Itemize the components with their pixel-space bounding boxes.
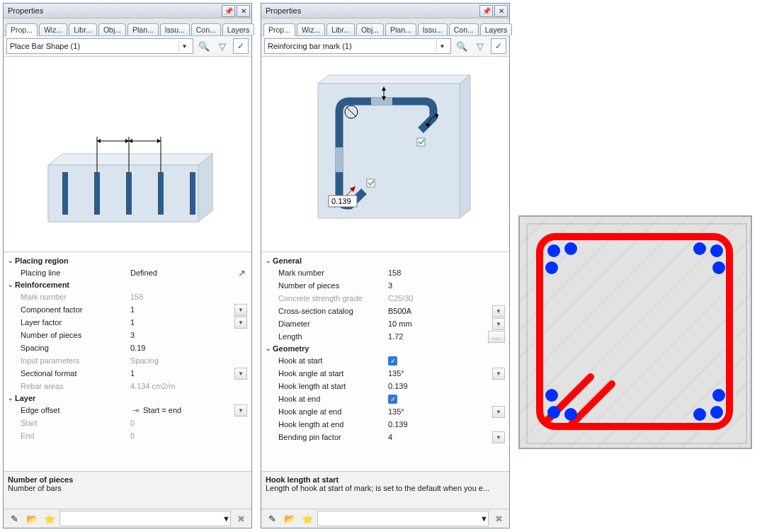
description-title: Number of pieces (8, 475, 247, 484)
save-favorite-button[interactable]: ⭐ (42, 511, 57, 526)
dropdown-icon[interactable]: ▼ (492, 406, 505, 418)
dropdown-icon[interactable]: ▼ (234, 317, 247, 329)
row-component-factor[interactable]: Component factor 1 ▼ (6, 303, 247, 316)
description-title: Hook length at start (266, 475, 505, 484)
row-hook-at-end[interactable]: Hook at end ✓ (264, 392, 505, 405)
tab-properties[interactable]: Prop... (263, 23, 295, 36)
row-hook-angle-start[interactable]: Hook angle at start 135° ▼ (264, 367, 505, 380)
dropdown-icon[interactable]: ▼ (234, 304, 247, 316)
group-geometry[interactable]: ⌄ Geometry (264, 343, 505, 354)
filter-button[interactable]: ▽ (472, 38, 488, 54)
svg-rect-7 (158, 172, 164, 215)
checkbox-checked-icon[interactable]: ✓ (388, 356, 397, 366)
pointer-icon[interactable]: ↗ (236, 268, 247, 278)
row-edge-offset[interactable]: Edge offset ⇥ Start = end ▼ (6, 404, 247, 417)
tab-wizards[interactable]: Wiz... (39, 23, 67, 35)
favorite-combo[interactable]: ▼ (59, 511, 231, 526)
row-hook-at-start[interactable]: Hook at start ✓ (264, 354, 505, 367)
tab-objects[interactable]: Obj... (356, 23, 384, 35)
row-length[interactable]: Length 1.72 ... (264, 330, 505, 343)
section-drawing (518, 215, 752, 449)
dropdown-icon[interactable]: ▼ (234, 368, 247, 380)
svg-point-44 (693, 242, 706, 255)
close-button[interactable]: ✕ (494, 5, 508, 17)
tab-issues[interactable]: Issu... (160, 23, 190, 35)
tab-objects[interactable]: Obj... (98, 23, 126, 35)
svg-rect-4 (62, 172, 68, 215)
toggle-check-button[interactable]: ✓ (491, 38, 506, 54)
row-mark-number[interactable]: Mark number 158 (264, 266, 505, 279)
row-number-pieces[interactable]: Number of pieces 3 (6, 329, 247, 341)
row-hook-length-start[interactable]: Hook length at start 0.139 (264, 380, 505, 392)
selection-text: Reinforcing bar mark (1) (268, 42, 352, 50)
row-layer-factor[interactable]: Layer factor 1 ▼ (6, 316, 247, 329)
dropdown-icon[interactable]: ▼ (492, 318, 505, 330)
row-diameter[interactable]: Diameter 10 mm ▼ (264, 317, 505, 330)
properties-panel-left: Properties 📌 ✕ Prop... Wiz... Libr... Ob… (3, 3, 252, 528)
load-favorite-button[interactable]: 📂 (282, 511, 297, 526)
chevron-down-icon: ▼ (178, 40, 190, 52)
row-rebar-areas: Rebar areas 4.134 cm2/m (6, 380, 247, 392)
tab-connect[interactable]: Con... (191, 23, 221, 35)
tab-plans[interactable]: Plan... (385, 23, 416, 35)
svg-point-53 (710, 406, 723, 419)
selection-text: Place Bar Shape (1) (10, 42, 80, 50)
tab-layers[interactable]: Layers (480, 23, 513, 35)
dropdown-icon[interactable]: ▼ (492, 368, 505, 380)
filter-button[interactable]: ▽ (215, 38, 230, 54)
group-placing-region[interactable]: ⌄ Placing region (6, 255, 247, 266)
eyedropper-button[interactable]: ✎ (264, 511, 280, 526)
tab-properties[interactable]: Prop... (6, 23, 38, 36)
bottom-toolbar: ✎ 📂 ⭐ ▼ ✖ (4, 509, 251, 528)
checkbox-checked-icon[interactable]: ✓ (388, 395, 397, 404)
expand-icon: ⌄ (264, 345, 273, 352)
titlebar: Properties 📌 ✕ (261, 4, 509, 18)
dropdown-icon[interactable]: ▼ (234, 404, 247, 417)
tab-library[interactable]: Libr... (69, 23, 97, 35)
tab-plans[interactable]: Plan... (127, 23, 159, 35)
zoom-selection-button[interactable]: 🔍 (454, 38, 470, 54)
selection-combo[interactable]: Reinforcing bar mark (1) ▼ (264, 38, 451, 54)
group-layer[interactable]: ⌄ Layer (6, 392, 247, 404)
expand-icon: ⌄ (6, 281, 15, 288)
tab-library[interactable]: Libr... (326, 23, 355, 35)
settings-button[interactable]: ✖ (233, 511, 249, 526)
selection-combo[interactable]: Place Bar Shape (1) ▼ (6, 38, 193, 54)
settings-button[interactable]: ✖ (491, 511, 506, 526)
panel-title: Properties (8, 6, 43, 15)
property-list: ⌄ Placing region Placing line Defined ↗ … (4, 252, 251, 471)
tab-issues[interactable]: Issu... (418, 23, 448, 35)
expand-icon: ⌄ (6, 395, 15, 402)
load-favorite-button[interactable]: 📂 (24, 511, 40, 526)
close-button[interactable]: ✕ (237, 5, 250, 17)
row-cross-section[interactable]: Cross-section catalog B500A ▼ (264, 305, 505, 317)
zoom-selection-button[interactable]: 🔍 (196, 38, 212, 54)
group-general[interactable]: ⌄ General (264, 255, 505, 266)
group-reinforcement[interactable]: ⌄ Reinforcement (6, 279, 247, 290)
favorite-combo[interactable]: ▼ (317, 511, 489, 526)
tab-layers[interactable]: Layers (222, 23, 255, 35)
eyedropper-button[interactable]: ✎ (6, 511, 22, 526)
dropdown-icon[interactable]: ▼ (492, 431, 505, 443)
row-hook-length-end[interactable]: Hook length at end 0.139 (264, 418, 505, 431)
dropdown-icon[interactable]: ▼ (492, 305, 505, 317)
pin-button[interactable]: 📌 (479, 5, 493, 17)
row-bending-pin-factor[interactable]: Bending pin factor 4 ▼ (264, 431, 505, 443)
row-number-pieces[interactable]: Number of pieces 3 (264, 279, 505, 292)
titlebar: Properties 📌 ✕ (4, 4, 251, 18)
svg-marker-1 (48, 154, 212, 165)
row-placing-line[interactable]: Placing line Defined ↗ (6, 266, 247, 279)
tab-wizards[interactable]: Wiz... (297, 23, 325, 35)
svg-point-42 (547, 244, 560, 257)
toggle-check-button[interactable]: ✓ (233, 38, 249, 54)
save-favorite-button[interactable]: ⭐ (300, 511, 315, 526)
tab-connect[interactable]: Con... (449, 23, 479, 35)
row-spacing[interactable]: Spacing 0.19 (6, 341, 247, 354)
pin-button[interactable]: 📌 (222, 5, 235, 17)
svg-point-48 (545, 389, 558, 402)
row-sectional-format[interactable]: Sectional format 1 ▼ (6, 367, 247, 380)
svg-rect-5 (94, 172, 100, 215)
description-block: Number of pieces Number of bars (4, 471, 251, 509)
more-button[interactable]: ... (488, 331, 505, 343)
row-hook-angle-end[interactable]: Hook angle at end 135° ▼ (264, 405, 505, 418)
